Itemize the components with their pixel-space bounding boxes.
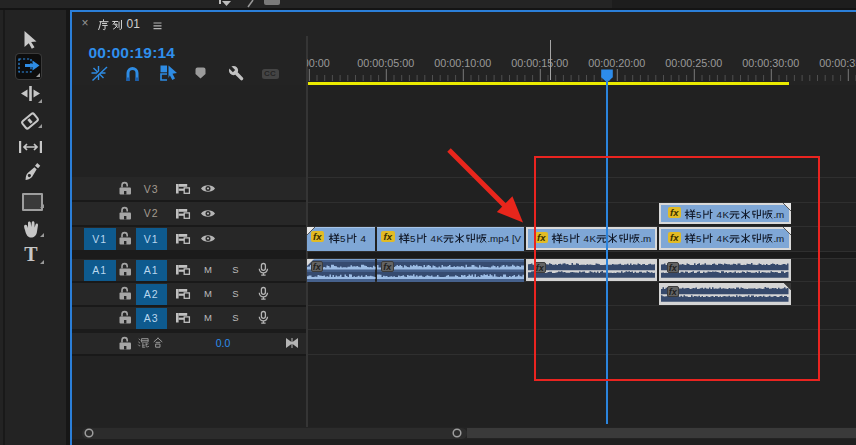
svg-text:5: 5: [410, 233, 416, 244]
svg-text:4: 4: [360, 233, 366, 244]
svg-text:5: 5: [340, 233, 346, 244]
svg-text:4: 4: [430, 233, 436, 244]
